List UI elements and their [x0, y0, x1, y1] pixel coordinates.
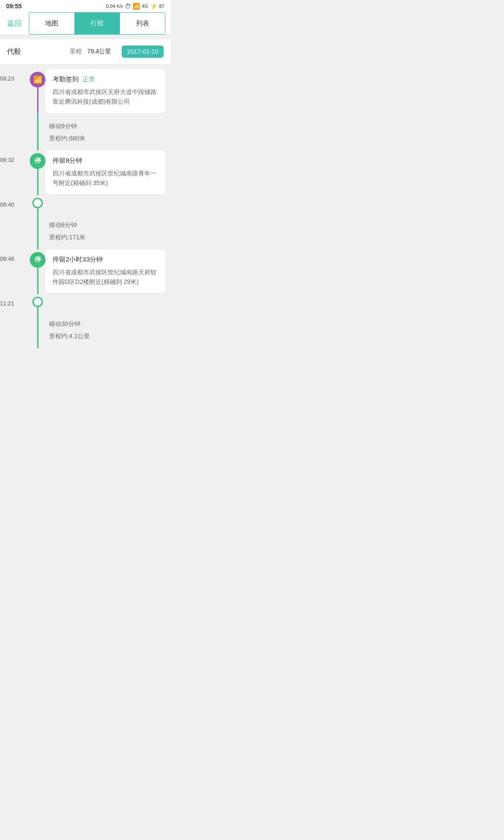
battery-level: 87	[159, 4, 164, 9]
spine-line-1	[37, 88, 38, 114]
back-button[interactable]: 返回	[0, 18, 29, 28]
nav-header: 返回 地图 行程 列表	[0, 12, 171, 35]
spine-move-2	[37, 213, 38, 249]
distance-label: 里程	[70, 48, 82, 56]
node-stop-end-2	[32, 297, 43, 307]
stop-label-1: 停	[35, 157, 41, 165]
spine-line-4	[37, 268, 38, 294]
movement-3: 移动30分钟 里程约:4.1公里	[0, 312, 171, 348]
time-1121: 11:21	[0, 300, 14, 307]
stop-card-1: 停留8分钟 四川省成都市武侯区世纪城南路青年一号附近(精确到 35米)	[46, 150, 165, 194]
time-0832: 08:32	[0, 157, 14, 163]
status-speed: 0.04 K/s	[106, 4, 123, 9]
signal-icon: 4G	[142, 4, 148, 9]
move-duration-1: 移动9分钟	[49, 120, 165, 132]
event-stop-1: 08:32 停 停留8分钟 四川省成都市武侯区世纪城南路青年一号附近(精确到 3…	[0, 150, 171, 195]
spine-move-1	[37, 114, 38, 150]
stop-card-2: 停留2小时33分钟 四川省成都市武侯区世纪城南路天府软件园D区D2楼附近(精确到…	[46, 249, 165, 293]
checkin-address: 四川省成都市武侯区天府大道中段辅路靠近腾讯科技(成都)有限公司	[52, 87, 158, 107]
node-stop-1: 停	[30, 153, 46, 169]
stop-address-2: 四川省成都市武侯区世纪城南路天府软件园D区D2楼附近(精确到 29米)	[52, 267, 158, 287]
driver-name: 代毅	[7, 47, 64, 56]
info-row: 代毅 里程 79.4公里 2017-01-10	[0, 39, 171, 64]
tab-list[interactable]: 列表	[119, 13, 165, 34]
tab-map[interactable]: 地图	[29, 13, 74, 34]
status-time: 09:55	[6, 3, 22, 10]
stop-end-2: 11:21	[0, 294, 171, 312]
checkin-status: 正常	[82, 75, 95, 84]
time-0840: 08:40	[0, 201, 14, 208]
spine-line-3	[37, 208, 38, 213]
move-distance-2: 里程约:171米	[49, 231, 165, 243]
clock-icon: ⏱	[125, 3, 131, 10]
stop-address-1: 四川省成都市武侯区世纪城南路青年一号附近(精确到 35米)	[52, 168, 158, 188]
checkin-title: 考勤签到	[52, 75, 79, 84]
event-stop-2: 08:48 停 停留2小时33分钟 四川省成都市武侯区世纪城南路天府软件园D区D…	[0, 249, 171, 294]
distance-value: 79.4公里	[87, 48, 111, 56]
nav-tabs: 地图 行程 列表	[29, 12, 165, 35]
node-stop-end-1	[32, 198, 43, 208]
event-checkin: 08:23 📶 考勤签到 正常 四川省成都市武侯区天府大道中段辅路靠近腾讯科技(…	[0, 69, 171, 114]
spine-line-5	[37, 307, 38, 312]
checkin-card: 考勤签到 正常 四川省成都市武侯区天府大道中段辅路靠近腾讯科技(成都)有限公司	[46, 69, 165, 113]
move-duration-3: 移动30分钟	[49, 318, 165, 330]
timeline-area: 08:23 📶 考勤签到 正常 四川省成都市武侯区天府大道中段辅路靠近腾讯科技(…	[0, 64, 171, 357]
tab-itinerary[interactable]: 行程	[74, 13, 120, 34]
fingerprint-icon: 📶	[33, 75, 42, 84]
spine-line-2	[37, 169, 38, 195]
spine-move-3	[37, 312, 38, 348]
status-bar: 09:55 0.04 K/s ⏱ 📶 4G ⚡ 87	[0, 0, 171, 12]
move-distance-3: 里程约:4.1公里	[49, 330, 165, 342]
move-duration-2: 移动8分钟	[49, 219, 165, 231]
stop-label-2: 停	[35, 256, 41, 264]
status-right: 0.04 K/s ⏱ 📶 4G ⚡ 87	[106, 3, 164, 10]
movement-2: 移动8分钟 里程约:171米	[0, 213, 171, 249]
stop-title-2: 停留2小时33分钟	[52, 256, 103, 264]
move-distance-1: 里程约:680米	[49, 132, 165, 144]
date-badge[interactable]: 2017-01-10	[122, 46, 164, 58]
stop-end-1: 08:40	[0, 195, 171, 213]
movement-1: 移动9分钟 里程约:680米	[0, 114, 171, 150]
node-stop-2: 停	[30, 252, 46, 268]
battery-icon: ⚡	[150, 3, 158, 10]
time-0848: 08:48	[0, 256, 14, 262]
time-0823: 08:23	[0, 75, 14, 82]
stop-title-1: 停留8分钟	[52, 157, 82, 165]
node-checkin: 📶	[30, 72, 46, 88]
wifi-icon: 📶	[133, 3, 140, 10]
